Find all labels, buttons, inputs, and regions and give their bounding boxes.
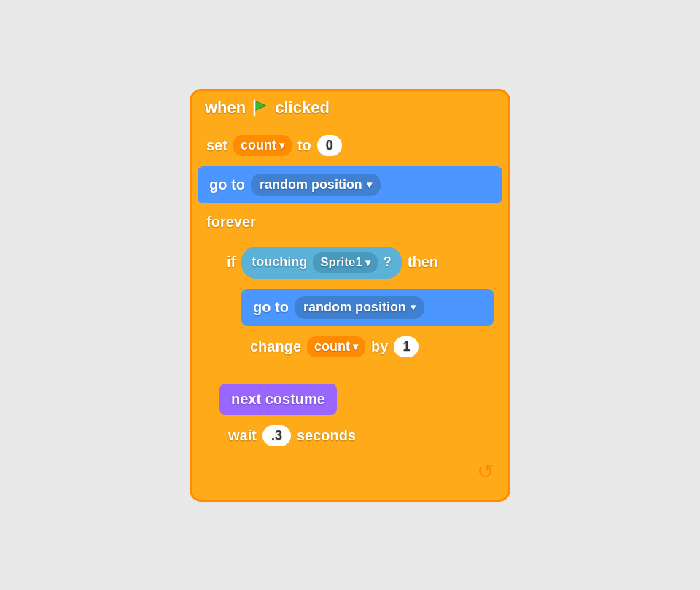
if-inner: go to random position ▾ change co xyxy=(237,284,498,368)
count-variable-pill[interactable]: count ▾ xyxy=(233,135,292,156)
set-label: set xyxy=(206,137,228,154)
random-position-label-1: random position xyxy=(260,177,362,193)
when-label: when xyxy=(205,98,246,117)
change-block[interactable]: change count ▾ by 1 xyxy=(241,330,494,363)
touching-label: touching xyxy=(252,255,307,270)
svg-marker-0 xyxy=(254,101,266,111)
by-label: by xyxy=(371,338,388,355)
sprite1-label: Sprite1 xyxy=(320,255,362,270)
wait-label: wait xyxy=(228,427,257,444)
main-container: when clicked set count ▾ to 0 xyxy=(190,89,510,502)
when-flag-clicked-block[interactable]: when clicked xyxy=(192,91,508,125)
change-value-input[interactable]: 1 xyxy=(394,336,419,357)
count-dropdown-arrow: ▾ xyxy=(279,139,284,151)
question-mark: ? xyxy=(384,255,392,270)
next-costume-block[interactable]: next costume xyxy=(219,384,337,415)
goto-label-2: go to xyxy=(253,299,289,316)
change-var-label: count xyxy=(314,339,350,354)
sprite1-dropdown-arrow: ▾ xyxy=(365,257,370,268)
random-position-dropdown-2[interactable]: random position ▾ xyxy=(295,296,424,319)
random-dropdown-arrow-2: ▾ xyxy=(411,301,416,313)
wait-block[interactable]: wait .3 seconds xyxy=(219,419,498,452)
change-label: change xyxy=(250,338,301,355)
forever-bottom: ↺ xyxy=(198,457,502,488)
to-label: to xyxy=(298,137,311,154)
random-dropdown-arrow-1: ▾ xyxy=(367,179,372,190)
then-label: then xyxy=(408,254,438,271)
forever-block: forever if touching Sprite1 ▾ xyxy=(198,208,502,488)
sprite1-dropdown[interactable]: Sprite1 ▾ xyxy=(313,252,378,273)
loop-arrow-icon: ↺ xyxy=(477,459,494,484)
if-header[interactable]: if touching Sprite1 ▾ ? then xyxy=(219,241,498,284)
goto-label-1: go to xyxy=(209,176,245,193)
change-var-arrow: ▾ xyxy=(353,341,358,352)
set-block[interactable]: set count ▾ to 0 xyxy=(198,129,502,162)
goto-block-1[interactable]: go to random position ▾ xyxy=(198,166,502,203)
if-label: if xyxy=(227,254,236,271)
next-costume-label: next costume xyxy=(231,391,325,408)
goto-block-2[interactable]: go to random position ▾ xyxy=(241,289,494,326)
if-bottom xyxy=(219,368,498,379)
change-var-pill[interactable]: count ▾ xyxy=(307,336,365,357)
if-block: if touching Sprite1 ▾ ? then xyxy=(219,241,498,379)
random-position-dropdown-1[interactable]: random position ▾ xyxy=(251,174,381,196)
forever-header[interactable]: forever xyxy=(198,208,502,236)
count-var-label: count xyxy=(241,138,276,153)
scratch-workspace: when clicked set count ▾ to 0 xyxy=(95,40,605,551)
seconds-label: seconds xyxy=(297,427,356,444)
green-flag-icon xyxy=(252,99,269,117)
wait-value-input[interactable]: .3 xyxy=(262,425,291,446)
blocks-stack: when clicked set count ▾ to 0 xyxy=(190,89,510,502)
forever-inner: if touching Sprite1 ▾ ? then xyxy=(215,236,502,457)
random-position-label-2: random position xyxy=(303,300,406,315)
clicked-label: clicked xyxy=(275,98,330,117)
set-value-input[interactable]: 0 xyxy=(317,135,342,156)
touching-sensing-block[interactable]: touching Sprite1 ▾ ? xyxy=(241,247,402,279)
